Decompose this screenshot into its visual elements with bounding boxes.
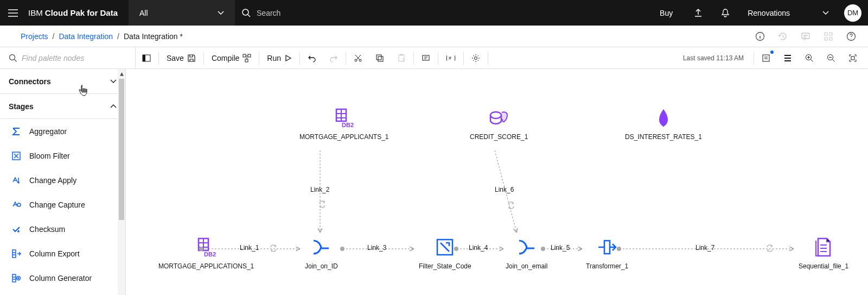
chevron-down-icon: [822, 11, 829, 15]
save-button[interactable]: Save: [160, 47, 202, 69]
cut-button[interactable]: [347, 47, 369, 69]
link-label[interactable]: Link_3: [367, 244, 386, 252]
palette-item-checksum[interactable]: Checksum: [0, 217, 125, 241]
chevron-down-icon: [218, 11, 224, 15]
scope-dropdown[interactable]: All: [129, 0, 235, 26]
svg-rect-6: [829, 37, 832, 40]
toggle-palette-button[interactable]: [136, 47, 157, 69]
port[interactable]: [340, 247, 344, 251]
palette-section-stages[interactable]: Stages: [0, 94, 125, 119]
workspace-dropdown[interactable]: Renovations: [739, 0, 838, 26]
db2-icon: DB2: [195, 236, 217, 258]
redo-button[interactable]: [323, 47, 344, 69]
brand-name: Cloud Pak for Data: [45, 8, 118, 17]
palette-search[interactable]: [0, 47, 136, 69]
chevron-up-icon: [110, 104, 117, 109]
hamburger-menu[interactable]: [0, 0, 26, 26]
node-join-on-email[interactable]: Join_on_email: [506, 236, 547, 270]
svg-text:DB2: DB2: [204, 251, 216, 258]
breadcrumb-current: Data Integration *: [124, 32, 183, 41]
link-label[interactable]: Link_4: [469, 244, 488, 252]
global-search[interactable]: Search: [235, 0, 648, 26]
svg-rect-23: [763, 55, 769, 61]
run-button[interactable]: Run: [260, 47, 298, 69]
link-label[interactable]: Link_6: [495, 186, 514, 193]
brand-prefix: IBM: [28, 8, 45, 17]
link-label[interactable]: Link_1: [240, 244, 259, 252]
port[interactable]: [199, 247, 203, 251]
avatar[interactable]: DM: [844, 4, 861, 22]
palette-item-aggregator[interactable]: Aggregator: [0, 119, 125, 143]
workspace-label: Renovations: [748, 9, 790, 17]
settings-button[interactable]: [465, 47, 487, 69]
node-ds-interest-rates[interactable]: DS_INTEREST_RATES_1: [625, 107, 702, 141]
buy-button[interactable]: Buy: [648, 0, 685, 26]
comments-button[interactable]: [795, 26, 816, 47]
palette-section-connectors[interactable]: Connectors: [0, 69, 125, 94]
annotation-button[interactable]: [415, 47, 437, 69]
zoom-in-button[interactable]: [799, 47, 820, 69]
svg-rect-2: [802, 33, 809, 39]
port[interactable]: [617, 247, 621, 251]
svg-rect-30: [12, 274, 16, 282]
palette-item-column-export[interactable]: Column Export: [0, 241, 125, 266]
port[interactable]: [454, 247, 458, 251]
notification-badge-button[interactable]: [755, 47, 777, 69]
grid-view-button[interactable]: [818, 26, 839, 47]
updates-button[interactable]: [685, 0, 712, 26]
palette-item-column-generator[interactable]: Column Generator: [0, 266, 125, 290]
breadcrumb-projects[interactable]: Projects: [21, 32, 48, 41]
header-right: Buy Renovations DM: [648, 0, 868, 26]
node-mortgage-applications[interactable]: DB2 MORTGAGE_APPLICATIONS_1: [158, 236, 254, 270]
toolbar-row: Save Compile Run: [0, 47, 868, 69]
node-credit-score[interactable]: CREDIT_SCORE_1: [470, 107, 528, 141]
node-transformer[interactable]: Transformer_1: [586, 236, 628, 270]
svg-text:#: #: [449, 55, 451, 61]
palette-search-input[interactable]: [22, 54, 126, 62]
db2-icon: DB2: [333, 107, 355, 129]
copy-button[interactable]: [369, 47, 391, 69]
svg-rect-11: [243, 54, 246, 57]
zoom-out-button[interactable]: [820, 47, 842, 69]
sync-icon: [507, 202, 515, 209]
palette-item-bloom-filter[interactable]: Bloom Filter: [0, 143, 125, 168]
node-filter-state-code[interactable]: Filter_State_Code: [419, 236, 471, 270]
link-label[interactable]: Link_5: [551, 244, 570, 252]
sync-icon: [766, 244, 774, 252]
svg-rect-20: [423, 55, 429, 60]
minimap-button[interactable]: [777, 47, 799, 69]
node-join-on-id[interactable]: Join_on_ID: [305, 236, 338, 270]
compile-button[interactable]: Compile: [205, 47, 258, 69]
svg-point-8: [10, 54, 15, 60]
port[interactable]: [541, 247, 545, 251]
svg-rect-26: [851, 57, 854, 60]
link-label[interactable]: Link_2: [310, 186, 329, 193]
sync-icon: [318, 200, 326, 208]
palette-scrollbar[interactable]: ▴: [118, 69, 125, 295]
funnel-icon: [516, 236, 538, 258]
brand: IBM Cloud Pak for Data: [26, 8, 129, 17]
zoom-fit-button[interactable]: [842, 47, 864, 69]
node-sequential-file[interactable]: Sequential_file_1: [799, 236, 848, 270]
link-label[interactable]: Link_7: [695, 244, 714, 252]
undo-button[interactable]: [301, 47, 323, 69]
palette-item-change-capture[interactable]: Change Capture: [0, 192, 125, 217]
help-button[interactable]: [841, 26, 861, 47]
palette-item-change-apply[interactable]: Change Apply: [0, 168, 125, 192]
notifications-button[interactable]: [712, 0, 739, 26]
breadcrumb-data-integration[interactable]: Data Integration: [59, 32, 113, 41]
gear-icon: [471, 54, 480, 62]
svg-rect-45: [604, 241, 610, 254]
node-mortgage-applicants[interactable]: DB2 MORTGAGE_APPLICANTS_1: [299, 107, 389, 141]
svg-rect-17: [378, 57, 383, 61]
svg-point-22: [474, 57, 477, 59]
history-button[interactable]: [773, 26, 793, 47]
transformer-icon: [596, 236, 618, 258]
annotation-icon: [422, 54, 430, 62]
canvas[interactable]: DB2 MORTGAGE_APPLICANTS_1 CREDIT_SCORE_1…: [126, 69, 868, 295]
body: Connectors Stages Aggregator Bloom Filte…: [0, 69, 868, 295]
paste-button[interactable]: [391, 47, 412, 69]
parameters-button[interactable]: #: [439, 47, 462, 69]
info-button[interactable]: [750, 26, 770, 47]
scroll-thumb[interactable]: [119, 79, 124, 220]
